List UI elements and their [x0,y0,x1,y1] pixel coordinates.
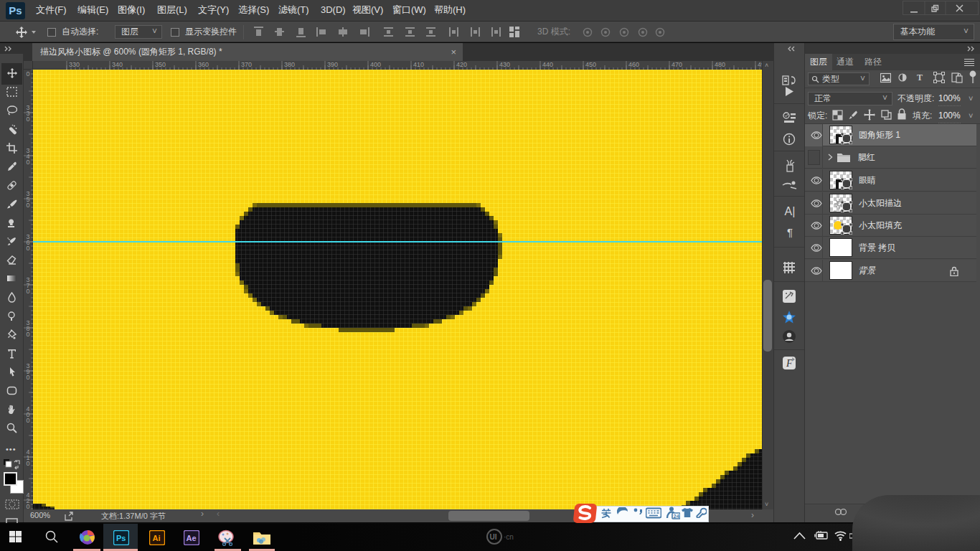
svg-text:Ae: Ae [187,534,197,542]
svg-text:Ai: Ai [153,534,161,542]
svg-text:24: 24 [674,513,680,519]
svg-text:UI: UI [490,533,497,541]
svg-text:·cn: ·cn [504,533,514,541]
svg-text:Ps: Ps [116,534,126,542]
